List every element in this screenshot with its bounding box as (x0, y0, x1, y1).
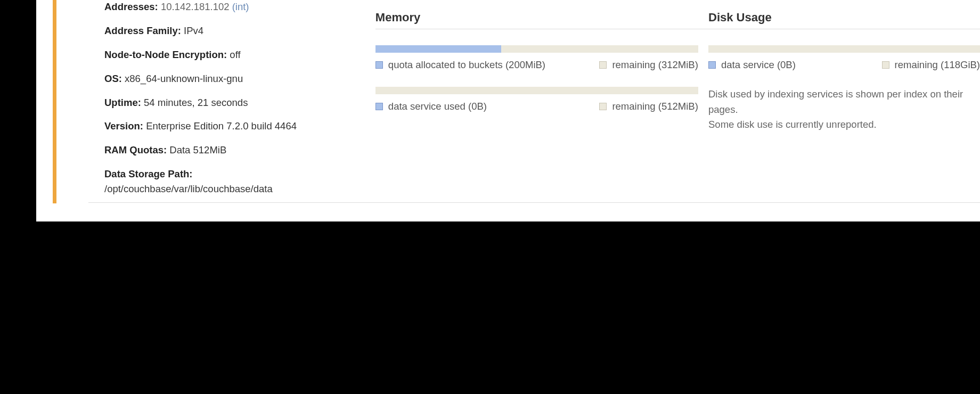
node-details-panel: Addresses: 10.142.181.102 (int) Address … (36, 0, 980, 221)
ram-quotas-value: Data 512MiB (169, 144, 226, 155)
main-content: Addresses: 10.142.181.102 (int) Address … (104, 0, 980, 196)
square-icon (375, 61, 383, 69)
memory-data-used-text: data service used (0B) (388, 101, 487, 112)
memory-data-remaining-legend: remaining (512MiB) (599, 101, 698, 112)
uptime-label: Uptime: (104, 97, 141, 108)
square-icon (375, 103, 383, 110)
memory-divider (375, 29, 708, 29)
address-family-label: Address Family: (104, 25, 181, 36)
square-icon (599, 61, 607, 69)
storage-path-value: /opt/couchbase/var/lib/couchbase/data (104, 182, 375, 196)
node-info-column: Addresses: 10.142.181.102 (int) Address … (104, 0, 375, 196)
address-family-row: Address Family: IPv4 (104, 24, 375, 38)
memory-data-bar (375, 87, 698, 94)
disk-used-legend: data service (0B) (708, 59, 796, 71)
uptime-row: Uptime: 54 minutes, 21 seconds (104, 96, 375, 110)
memory-quota-bar-fill (375, 45, 501, 53)
disk-usage-bar (708, 45, 980, 53)
square-icon (882, 61, 889, 69)
memory-title: Memory (375, 11, 708, 24)
os-label: OS: (104, 73, 122, 84)
version-row: Version: Enterprise Edition 7.2.0 build … (104, 119, 375, 133)
side-accent-bar (53, 0, 56, 203)
addresses-tag: (int) (232, 1, 249, 12)
bottom-divider (88, 202, 980, 203)
addresses-ip: 10.142.181.102 (161, 1, 230, 12)
square-icon (708, 61, 716, 69)
memory-data-legend: data service used (0B) remaining (512MiB… (375, 101, 698, 112)
disk-used-text: data service (0B) (721, 59, 796, 71)
storage-path-label: Data Storage Path: (104, 167, 375, 181)
disk-note-line1: Disk used by indexing services is shown … (708, 87, 975, 117)
storage-path-row: Data Storage Path: /opt/couchbase/var/li… (104, 167, 375, 196)
disk-title: Disk Usage (708, 11, 980, 24)
os-row: OS: x86_64-unknown-linux-gnu (104, 72, 375, 86)
disk-divider (708, 29, 980, 29)
memory-quota-remaining-legend: remaining (312MiB) (599, 59, 698, 71)
memory-quota-legend: quota allocated to buckets (200MiB) rema… (375, 59, 698, 71)
ram-quotas-row: RAM Quotas: Data 512MiB (104, 143, 375, 157)
version-label: Version: (104, 120, 143, 132)
memory-column: Memory quota allocated to buckets (200Mi… (375, 0, 708, 196)
disk-remaining-text: remaining (118GiB) (895, 59, 980, 71)
os-value: x86_64-unknown-linux-gnu (125, 73, 243, 84)
address-family-value: IPv4 (184, 25, 203, 36)
disk-remaining-legend: remaining (118GiB) (882, 59, 980, 71)
memory-data-remaining-text: remaining (512MiB) (612, 101, 698, 112)
disk-column: Disk Usage data service (0B) remaining (… (708, 0, 980, 196)
version-value: Enterprise Edition 7.2.0 build 4464 (146, 120, 297, 132)
disk-note: Disk used by indexing services is shown … (708, 87, 975, 133)
ram-quotas-label: RAM Quotas: (104, 144, 167, 155)
encryption-label: Node-to-Node Encryption: (104, 49, 227, 60)
memory-quota-used-legend: quota allocated to buckets (200MiB) (375, 59, 545, 71)
addresses-label: Addresses: (104, 1, 158, 12)
encryption-row: Node-to-Node Encryption: off (104, 48, 375, 62)
square-icon (599, 103, 607, 110)
disk-legend: data service (0B) remaining (118GiB) (708, 59, 980, 71)
uptime-value: 54 minutes, 21 seconds (144, 97, 248, 108)
disk-note-line2: Some disk use is currently unreported. (708, 117, 975, 133)
addresses-row: Addresses: 10.142.181.102 (int) (104, 0, 375, 14)
encryption-value: off (230, 49, 240, 60)
memory-quota-remaining-text: remaining (312MiB) (612, 59, 698, 71)
memory-data-used-legend: data service used (0B) (375, 101, 487, 112)
memory-quota-bar (375, 45, 698, 53)
memory-quota-used-text: quota allocated to buckets (200MiB) (388, 59, 545, 71)
